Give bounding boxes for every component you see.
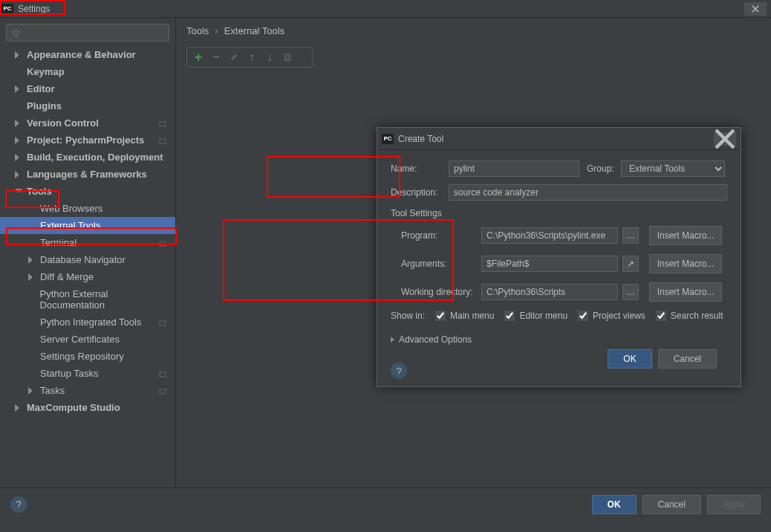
- tree-item-label: Build, Execution, Deployment: [27, 152, 163, 163]
- chevron-down-icon: [15, 189, 22, 196]
- settings-tree: Appearance & BehaviorKeymapEditorPlugins…: [0, 46, 175, 416]
- tree-item-tasks[interactable]: Tasks: [0, 382, 175, 399]
- tree-item-label: Keymap: [27, 66, 65, 77]
- spacer: [15, 68, 22, 76]
- breadcrumb: Tools › External Tools: [186, 25, 761, 36]
- tree-item-maxcompute-studio[interactable]: MaxCompute Studio: [0, 399, 175, 416]
- tree-item-label: External Tools: [40, 220, 100, 231]
- tool-settings-header: Tool Settings: [391, 208, 727, 218]
- tree-item-diff-merge[interactable]: Diff & Merge: [0, 268, 175, 285]
- tree-item-tools[interactable]: Tools: [0, 183, 175, 200]
- project-scope-icon: [159, 239, 166, 246]
- add-button[interactable]: +: [192, 51, 205, 64]
- program-input[interactable]: [481, 227, 618, 244]
- workdir-input[interactable]: [481, 284, 618, 300]
- breadcrumb-sep-icon: ›: [215, 25, 218, 36]
- settings-apply-button[interactable]: Apply: [707, 495, 761, 514]
- projectviews-checkbox[interactable]: Project views: [578, 311, 645, 321]
- tree-item-label: Tasks: [40, 385, 65, 396]
- svg-rect-6: [284, 54, 289, 59]
- tree-item-label: Python Integrated Tools: [40, 317, 141, 328]
- window-close-button[interactable]: [744, 2, 767, 16]
- external-tools-toolbar: + − ↑ ↓: [186, 47, 313, 68]
- svg-rect-2: [160, 241, 166, 246]
- dialog-ok-button[interactable]: OK: [608, 349, 651, 369]
- tree-item-label: Python External Documentation: [40, 288, 169, 311]
- workdir-browse-button[interactable]: …: [622, 284, 639, 300]
- workdir-label: Working directory:: [401, 287, 481, 297]
- program-browse-button[interactable]: …: [622, 227, 639, 244]
- program-label: Program:: [401, 230, 481, 241]
- dialog-cancel-button[interactable]: Cancel: [658, 349, 717, 369]
- tree-item-plugins[interactable]: Plugins: [0, 97, 175, 114]
- settings-help-button[interactable]: ?: [10, 496, 27, 513]
- settings-cancel-button[interactable]: Cancel: [642, 495, 701, 514]
- description-label: Description:: [391, 187, 449, 198]
- spacer: [28, 353, 36, 360]
- tree-item-python-external-documentation[interactable]: Python External Documentation: [0, 285, 175, 314]
- tree-item-label: Web Browsers: [40, 203, 103, 214]
- advanced-options-toggle[interactable]: Advanced Options: [391, 334, 727, 345]
- project-scope-icon: [159, 386, 166, 394]
- edit-button[interactable]: [227, 51, 241, 64]
- spacer: [28, 336, 36, 343]
- project-scope-icon: [159, 318, 166, 325]
- tree-item-project-pycharmprojects[interactable]: Project: PycharmProjects: [0, 132, 175, 149]
- arguments-expand-button[interactable]: ↗: [622, 256, 639, 272]
- group-label: Group:: [587, 163, 621, 174]
- arguments-input[interactable]: [481, 256, 618, 272]
- tree-item-appearance-behavior[interactable]: Appearance & Behavior: [0, 46, 175, 63]
- copy-button[interactable]: [281, 51, 294, 64]
- remove-button[interactable]: −: [209, 51, 223, 64]
- breadcrumb-root: Tools: [186, 25, 209, 36]
- tree-item-label: Startup Tasks: [40, 368, 99, 379]
- chevron-right-icon: [15, 137, 22, 144]
- editormenu-checkbox[interactable]: Editor menu: [504, 311, 567, 321]
- name-label: Name:: [391, 163, 449, 174]
- program-macro-button[interactable]: Insert Macro...: [649, 226, 722, 245]
- tree-item-editor[interactable]: Editor: [0, 80, 175, 97]
- tree-item-database-navigator[interactable]: Database Navigator: [0, 251, 175, 268]
- tree-item-keymap[interactable]: Keymap: [0, 63, 175, 80]
- breadcrumb-leaf: External Tools: [224, 25, 284, 36]
- chevron-right-icon: [15, 171, 22, 178]
- down-button[interactable]: ↓: [263, 51, 276, 64]
- arguments-label: Arguments:: [401, 259, 481, 269]
- tree-item-external-tools[interactable]: External Tools: [0, 217, 175, 234]
- tree-item-languages-frameworks[interactable]: Languages & Frameworks: [0, 166, 175, 183]
- settings-ok-button[interactable]: OK: [592, 495, 637, 514]
- tree-item-web-browsers[interactable]: Web Browsers: [0, 200, 175, 217]
- svg-rect-3: [160, 321, 166, 325]
- spacer: [28, 222, 36, 230]
- project-scope-icon: [159, 119, 166, 126]
- settings-search-input[interactable]: [6, 24, 169, 42]
- description-input[interactable]: [449, 184, 727, 201]
- up-button[interactable]: ↑: [245, 51, 258, 64]
- project-scope-icon: [159, 136, 166, 143]
- group-select[interactable]: External Tools: [621, 160, 725, 177]
- spacer: [28, 370, 36, 377]
- help-button[interactable]: ?: [391, 363, 407, 379]
- tree-item-build-execution-deployment[interactable]: Build, Execution, Deployment: [0, 149, 175, 166]
- mainmenu-checkbox[interactable]: Main menu: [435, 311, 494, 321]
- settings-content: Tools › External Tools + − ↑ ↓ PC Create…: [176, 18, 771, 487]
- tree-item-python-integrated-tools[interactable]: Python Integrated Tools: [0, 314, 175, 331]
- tree-item-label: Editor: [27, 83, 55, 94]
- tree-item-server-certificates[interactable]: Server Certificates: [0, 331, 175, 348]
- tree-item-version-control[interactable]: Version Control: [0, 114, 175, 132]
- svg-rect-0: [160, 122, 166, 126]
- tree-item-terminal[interactable]: Terminal: [0, 234, 175, 251]
- spacer: [28, 205, 36, 213]
- tree-item-settings-repository[interactable]: Settings Repository: [0, 348, 175, 365]
- tree-item-label: Terminal: [40, 237, 77, 248]
- tree-item-label: Tools: [27, 186, 52, 197]
- tree-item-label: Database Navigator: [40, 254, 126, 265]
- title-bar: PC Settings: [0, 0, 771, 18]
- searchresult-checkbox[interactable]: Search result: [656, 311, 723, 321]
- workdir-macro-button[interactable]: Insert Macro...: [649, 282, 722, 302]
- arguments-macro-button[interactable]: Insert Macro...: [649, 254, 722, 273]
- tree-item-startup-tasks[interactable]: Startup Tasks: [0, 365, 175, 382]
- dialog-close-button[interactable]: [714, 132, 736, 146]
- name-input[interactable]: [449, 160, 579, 177]
- spacer: [28, 319, 36, 326]
